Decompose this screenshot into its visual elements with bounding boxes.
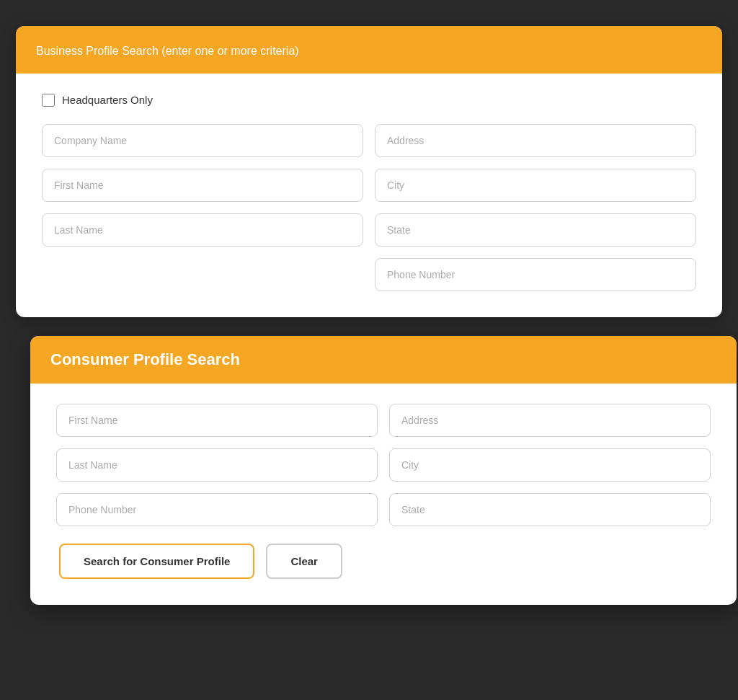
business-title: Business Profile Search (enter one or mo…	[36, 40, 702, 59]
headquarters-row: Headquarters Only	[42, 94, 696, 107]
business-first-name-input[interactable]	[42, 169, 363, 202]
consumer-phone-input[interactable]	[56, 493, 378, 526]
business-state-input[interactable]	[375, 213, 696, 247]
consumer-last-name-input[interactable]	[56, 448, 378, 482]
business-company-name-input[interactable]	[42, 124, 363, 157]
consumer-profile-card: Consumer Profile Search Search for Consu…	[30, 336, 737, 605]
business-title-main: Business Profile Search	[36, 45, 161, 57]
page-wrapper: Business Profile Search (enter one or mo…	[16, 26, 722, 675]
business-address-input[interactable]	[375, 124, 696, 157]
headquarters-checkbox[interactable]	[42, 94, 55, 107]
business-last-name-input[interactable]	[42, 213, 363, 247]
consumer-header: Consumer Profile Search	[30, 336, 737, 384]
business-form-grid	[42, 124, 696, 291]
clear-button[interactable]: Clear	[266, 544, 342, 579]
consumer-state-input[interactable]	[389, 493, 711, 526]
search-consumer-button[interactable]: Search for Consumer Profile	[59, 544, 254, 579]
consumer-city-input[interactable]	[389, 448, 711, 482]
headquarters-label[interactable]: Headquarters Only	[62, 94, 153, 106]
business-phone-input[interactable]	[375, 258, 696, 291]
consumer-first-name-input[interactable]	[56, 404, 378, 437]
business-city-input[interactable]	[375, 169, 696, 202]
consumer-address-input[interactable]	[389, 404, 711, 437]
consumer-body: Search for Consumer Profile Clear	[30, 384, 737, 605]
business-body: Headquarters Only	[16, 74, 722, 317]
consumer-form-grid	[56, 404, 711, 526]
business-profile-card: Business Profile Search (enter one or mo…	[16, 26, 722, 317]
business-header: Business Profile Search (enter one or mo…	[16, 26, 722, 74]
business-subtitle: (enter one or more criteria)	[161, 45, 298, 57]
consumer-title: Consumer Profile Search	[50, 350, 716, 369]
consumer-button-row: Search for Consumer Profile Clear	[56, 544, 711, 579]
